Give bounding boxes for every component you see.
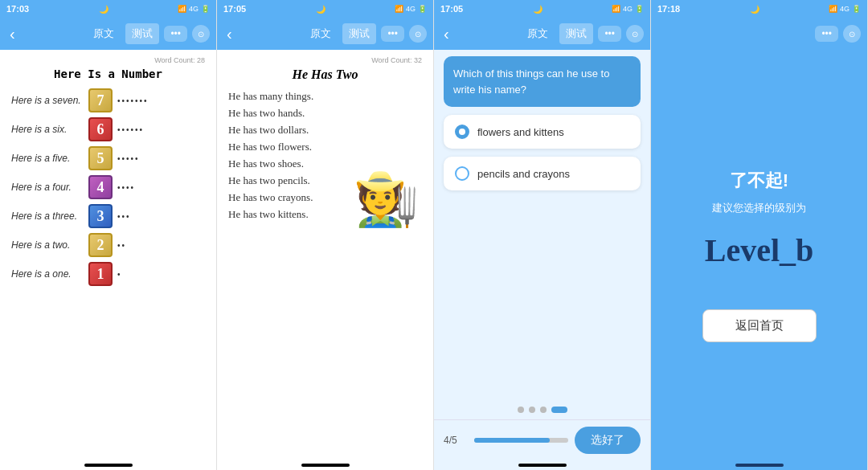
next-button[interactable]: 选好了 <box>575 427 641 454</box>
view-toggle-2[interactable]: ⊙ <box>409 25 427 43</box>
tab-test-1[interactable]: 测试 <box>125 23 159 44</box>
title-2: He Has Two <box>228 67 422 82</box>
progress-text: 4/5 <box>444 435 468 446</box>
time-1: 17:03 <box>6 4 29 14</box>
dot-count: •• <box>117 241 126 250</box>
more-button-3[interactable]: ••• <box>598 26 621 42</box>
status-icons-2: 📶 4G 🔋 <box>395 5 427 13</box>
man-icon: 🧑‍🌾 <box>354 173 419 225</box>
pag-dot-3 <box>540 407 547 413</box>
story-body: He has many things.He has two hands.He h… <box>228 90 422 225</box>
number-row: Here is a one. 1 • <box>11 262 205 286</box>
battery-icon-3: 🔋 <box>635 5 644 13</box>
question-box: Which of this things can he use to write… <box>444 56 641 107</box>
signal-icon-1: 📶 <box>178 5 186 13</box>
story-line: He has two hands. <box>228 107 343 120</box>
home-indicator-3 <box>518 464 567 467</box>
more-button-4[interactable]: ••• <box>815 26 838 42</box>
nav-bar-1: ‹ 原文 测试 ••• ⊙ <box>0 18 216 50</box>
status-icons-3: 📶 4G 🔋 <box>612 5 644 13</box>
row-text: Here is a two. <box>11 239 84 251</box>
story-line: He has two crayons. <box>228 191 343 204</box>
moon-icon-1: 🌙 <box>99 5 108 14</box>
view-toggle-3[interactable]: ⊙ <box>626 25 644 43</box>
subtitle-text: 建议您选择的级别为 <box>712 201 806 215</box>
dot-count: •••••• <box>117 125 144 134</box>
row-text: Here is a one. <box>11 268 84 280</box>
row-text: Here is a four. <box>11 182 84 193</box>
tab-original-2[interactable]: 原文 <box>304 23 338 44</box>
radio-unselected[interactable] <box>455 166 469 181</box>
result-content: 了不起! 建议您选择的级别为 Level_b 返回首页 <box>651 50 867 460</box>
bravo-text: 了不起! <box>730 169 788 193</box>
status-icons-1: 📶 4G 🔋 <box>178 5 210 13</box>
story-line: He has many things. <box>228 90 343 103</box>
number-block-5: 5 <box>88 146 113 170</box>
word-count-1: Word Count: 28 <box>11 56 205 64</box>
row-text: Here is a seven. <box>11 95 84 106</box>
radio-selected[interactable] <box>455 125 469 139</box>
battery-icon-4: 🔋 <box>852 5 861 13</box>
story-line: He has two flowers. <box>228 141 343 153</box>
tab-test-2[interactable]: 测试 <box>342 23 376 44</box>
pag-dot-4 <box>551 407 567 413</box>
battery-icon-2: 🔋 <box>418 5 427 13</box>
4g-label-3: 4G <box>623 5 633 13</box>
number-block-1: 1 <box>88 262 113 286</box>
option-2-label: pencils and crayons <box>477 168 570 180</box>
illustration: 🧑‍🌾 <box>350 90 422 225</box>
number-row: Here is a three. 3 ••• <box>11 204 205 228</box>
more-button-1[interactable]: ••• <box>164 26 187 42</box>
story-line: He has two shoes. <box>228 157 343 170</box>
time-4: 17:18 <box>657 4 680 14</box>
word-count-2: Word Count: 32 <box>228 56 422 64</box>
panel-2: 17:05 🌙 📶 4G 🔋 ‹ 原文 测试 ••• ⊙ Word Count:… <box>217 0 434 470</box>
4g-label-1: 4G <box>189 5 199 13</box>
quiz-footer: 4/5 选好了 <box>434 419 650 460</box>
story-line: He has two pencils. <box>228 174 343 187</box>
progress-bar <box>474 438 568 443</box>
tab-original-1[interactable]: 原文 <box>87 23 121 44</box>
back-button-1[interactable]: ‹ <box>6 25 18 43</box>
dot-count: •••• <box>117 183 135 192</box>
dot-count: ••••• <box>117 154 140 163</box>
number-block-2: 2 <box>88 233 113 257</box>
status-bar-2: 17:05 🌙 📶 4G 🔋 <box>217 0 433 18</box>
pag-dot-1 <box>518 407 524 413</box>
option-2[interactable]: pencils and crayons <box>444 157 641 190</box>
number-block-3: 3 <box>88 204 113 228</box>
back-button-3[interactable]: ‹ <box>440 25 452 43</box>
number-rows: Here is a seven. 7 ••••••• Here is a six… <box>11 88 205 286</box>
more-button-2[interactable]: ••• <box>381 26 404 42</box>
number-block-6: 6 <box>88 117 113 141</box>
row-text: Here is a five. <box>11 153 84 164</box>
time-2: 17:05 <box>223 4 246 14</box>
row-text: Here is a six. <box>11 124 84 135</box>
nav-bar-3: ‹ 原文 测试 ••• ⊙ <box>434 18 650 50</box>
option-1[interactable]: flowers and kittens <box>444 115 641 149</box>
pagination <box>444 407 641 413</box>
battery-icon-1: 🔋 <box>201 5 210 13</box>
level-text: Level_b <box>705 231 814 269</box>
home-indicator-2 <box>301 464 350 467</box>
number-row: Here is a two. 2 •• <box>11 233 205 257</box>
view-toggle-4[interactable]: ⊙ <box>843 25 861 43</box>
dot-count: ••••••• <box>117 96 149 105</box>
tab-test-3[interactable]: 测试 <box>559 23 593 44</box>
view-toggle-1[interactable]: ⊙ <box>192 25 210 43</box>
home-indicator-4 <box>735 464 784 467</box>
home-indicator-1 <box>84 464 133 467</box>
status-bar-1: 17:03 🌙 📶 4G 🔋 <box>0 0 216 18</box>
tab-original-3[interactable]: 原文 <box>521 23 555 44</box>
dot-count: ••• <box>117 212 131 221</box>
home-button[interactable]: 返回首页 <box>702 309 817 342</box>
number-row: Here is a five. 5 ••••• <box>11 146 205 170</box>
signal-icon-4: 📶 <box>829 5 837 13</box>
story-line: He has two dollars. <box>228 124 343 137</box>
number-block-7: 7 <box>88 88 113 112</box>
nav-bar-2: ‹ 原文 测试 ••• ⊙ <box>217 18 433 50</box>
option-1-label: flowers and kittens <box>477 126 564 138</box>
panel-1: 17:03 🌙 📶 4G 🔋 ‹ 原文 测试 ••• ⊙ Word Count:… <box>0 0 217 470</box>
back-button-2[interactable]: ‹ <box>223 25 235 43</box>
progress-fill <box>474 438 550 443</box>
